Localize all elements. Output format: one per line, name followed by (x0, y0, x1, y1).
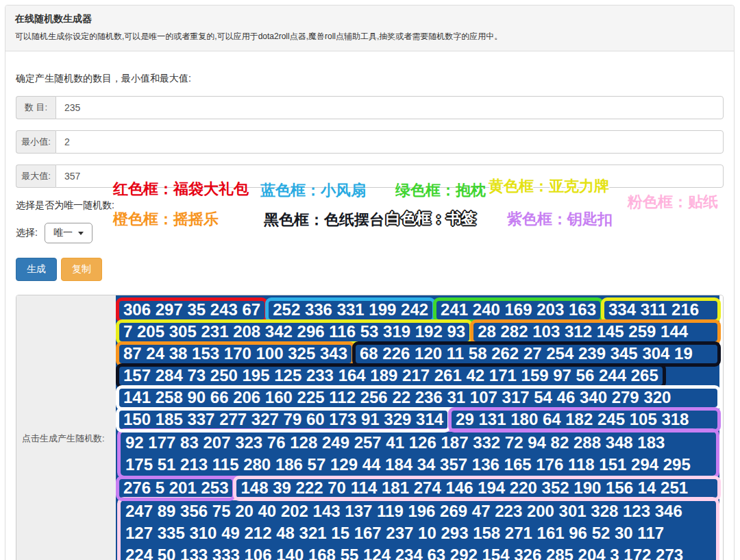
select-row: 选择: 唯一 (16, 223, 724, 243)
unique-select-value: 唯一 (53, 227, 73, 239)
count-input[interactable] (56, 96, 724, 119)
unique-question: 选择是否为唯一随机数: (16, 199, 724, 212)
output-label: 点击生成产生随机数: (16, 295, 116, 560)
pink-box-group-part1: 148 39 222 70 114 181 274 146 194 220 35… (233, 476, 721, 501)
panel-heading: 在线随机数生成器 可以随机生成你设定的随机数,可以是唯一的或者重复的,可以应用于… (5, 5, 734, 51)
page-description: 可以随机生成你设定的随机数,可以是唯一的或者重复的,可以应用于dota2roll… (15, 31, 724, 42)
page-title: 在线随机数生成器 (15, 13, 724, 25)
copy-button[interactable]: 复制 (61, 258, 102, 281)
numbers-row-8: 175 51 213 115 280 186 57 129 44 184 34 … (121, 454, 715, 476)
button-row: 生成 复制 (16, 258, 724, 281)
min-input[interactable] (56, 130, 724, 154)
numbers-row-10: 247 89 356 75 20 40 202 143 137 119 196 … (121, 500, 715, 522)
red-box-group: 306 297 35 243 67 (116, 297, 268, 323)
range-instruction: 确定产生随机数的数目，最小值和最大值: (16, 51, 724, 85)
output-host: 306 297 35 243 67 252 336 331 199 242 24… (116, 295, 723, 560)
numbers-row-12: 224 50 133 333 106 140 168 55 124 234 63… (121, 544, 715, 560)
purple-box-group-part1: 29 131 180 64 182 245 105 318 (448, 407, 721, 433)
count-input-group: 数 目: (16, 96, 724, 119)
numbers-row-1: 306 297 35 243 67 252 336 331 199 242 24… (117, 299, 719, 321)
generate-button[interactable]: 生成 (16, 258, 57, 281)
min-input-group: 最小值: (16, 130, 724, 154)
pink-box-group-band: 247 89 356 75 20 40 202 143 137 119 196 … (117, 497, 719, 560)
numbers-segment: 92 177 83 207 323 76 128 249 257 41 126 … (121, 432, 669, 454)
numbers-row-2: 7 205 305 231 208 342 296 116 53 319 192… (117, 321, 719, 343)
unique-select[interactable]: 唯一 (45, 223, 92, 243)
black-box-group-part1: 68 226 120 11 58 262 27 254 239 345 304 … (352, 341, 721, 367)
numbers-row-11: 127 335 310 49 212 48 321 15 167 237 10 … (121, 522, 715, 544)
output-group: 点击生成产生随机数: 306 297 35 243 67 252 336 331… (16, 295, 724, 560)
max-input-group: 最大值: (16, 165, 724, 188)
chevron-down-icon (78, 232, 84, 235)
min-label: 最小值: (16, 130, 56, 154)
black-box-group-part2: 157 284 73 250 195 125 233 164 189 217 2… (116, 363, 666, 389)
max-input[interactable] (56, 165, 724, 188)
numbers-row-3: 87 24 38 153 170 100 325 343 68 226 120 … (117, 343, 719, 365)
orange-box-group-part1: 28 282 103 312 145 259 144 (470, 319, 721, 345)
white-box-group-part2: 150 185 337 277 327 79 60 173 91 329 314 (116, 407, 451, 433)
numbers-row-9: 276 5 201 253 148 39 222 70 114 181 274 … (117, 477, 719, 499)
purple-box-group-part2: 276 5 201 253 (116, 476, 236, 501)
blue-box-group: 252 336 331 199 242 (265, 297, 436, 323)
purple-box-group-band: 92 177 83 207 323 76 128 249 257 41 126 … (117, 428, 719, 479)
numbers-row-5: 141 258 90 66 206 160 225 112 256 22 236… (117, 387, 719, 409)
numbers-segment: 224 50 133 333 106 140 168 55 124 234 63… (121, 544, 687, 560)
yellow-box-group-part2: 7 205 305 231 208 342 296 116 53 319 192… (116, 319, 473, 345)
numbers-row-4: 157 284 73 250 195 125 233 164 189 217 2… (117, 365, 719, 387)
panel-body: 确定产生随机数的数目，最小值和最大值: 数 目: 最小值: 最大值: 选择是否为… (5, 51, 734, 560)
numbers-segment: 127 335 310 49 212 48 321 15 167 237 10 … (121, 522, 668, 544)
white-box-group-part1: 141 258 90 66 206 160 225 112 256 22 236… (116, 385, 721, 411)
numbers-segment: 175 51 213 115 280 186 57 129 44 184 34 … (121, 454, 695, 476)
numbers-segment: 247 89 356 75 20 40 202 143 137 119 196 … (121, 500, 687, 522)
random-numbers-panel: 306 297 35 243 67 252 336 331 199 242 24… (116, 295, 719, 560)
main-panel: 在线随机数生成器 可以随机生成你设定的随机数,可以是唯一的或者重复的,可以应用于… (5, 5, 735, 560)
yellow-box-group-part1: 334 311 216 (601, 297, 721, 323)
orange-box-group-part2: 87 24 38 153 170 100 325 343 (116, 341, 355, 367)
numbers-row-6: 150 185 337 277 327 79 60 173 91 329 314… (117, 409, 719, 430)
max-label: 最大值: (16, 165, 56, 188)
green-box-group: 241 240 169 203 163 (433, 297, 604, 323)
numbers-row-7: 92 177 83 207 323 76 128 249 257 41 126 … (121, 432, 715, 454)
count-label: 数 目: (16, 96, 56, 119)
select-label: 选择: (16, 227, 38, 239)
